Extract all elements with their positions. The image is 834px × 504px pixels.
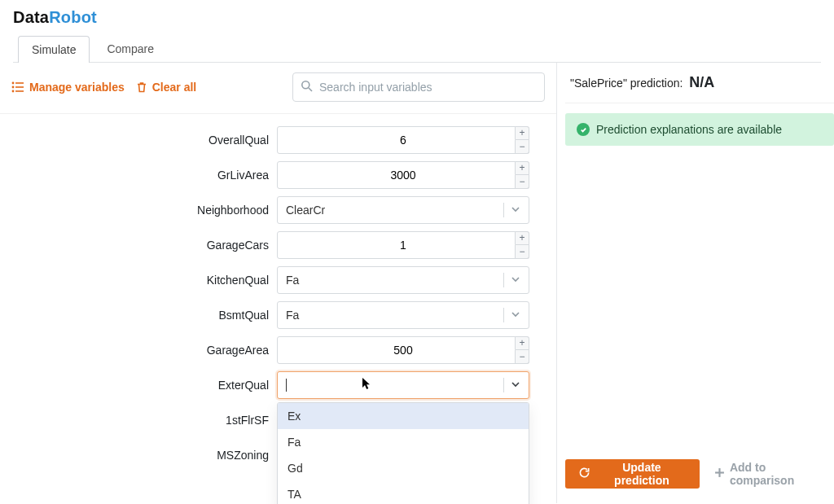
label-garagecars: GarageCars [0,239,277,252]
refresh-icon [578,467,590,481]
control-exterqual: Ex Fa Gd TA [277,371,529,399]
stepper-garagecars: + − [515,231,529,259]
control-grlivarea: + − [277,161,529,189]
stepper-overallqual: + − [515,126,529,154]
label-bsmtqual: BsmtQual [0,309,277,322]
option-exterqual-1[interactable]: Fa [278,429,529,455]
control-garagecars: + − [277,231,529,259]
stepper-garagearea: + − [515,336,529,364]
control-bsmtqual: Fa [277,301,529,329]
step-down-overallqual[interactable]: − [515,140,529,154]
plus-icon [714,467,725,480]
row-overallqual: OverallQual + − [0,122,556,157]
list-icon [11,81,24,93]
select-value-exterqual [286,378,503,392]
svg-point-4 [12,86,15,89]
svg-line-7 [309,88,312,91]
form-toolbar: Manage variables Clear all [0,63,556,114]
svg-point-6 [302,81,309,89]
row-bsmtqual: BsmtQual Fa [0,297,556,332]
input-garagecars[interactable] [277,231,529,259]
select-value-bsmtqual: Fa [286,309,503,322]
select-kitchenqual[interactable]: Fa [277,266,529,294]
search-input[interactable] [292,72,545,102]
select-value-kitchenqual: Fa [286,274,503,287]
step-down-garagearea[interactable]: − [515,350,529,364]
update-prediction-label: Update prediction [597,461,687,487]
row-kitchenqual: KitchenQual Fa [0,262,556,297]
add-to-comparison-label: Add to comparison [730,461,826,487]
dropdown-exterqual: Ex Fa Gd TA [277,402,529,505]
option-exterqual-0[interactable]: Ex [278,403,529,429]
row-neighborhood: Neighborhood ClearCr [0,192,556,227]
clear-all-label: Clear all [152,81,196,94]
prediction-value: N/A [689,74,714,91]
chevron-down-icon [511,309,520,322]
step-up-garagearea[interactable]: + [515,336,529,351]
control-garagearea: + − [277,336,529,364]
option-exterqual-2[interactable]: Gd [278,455,529,481]
search-wrap [292,72,545,102]
chevron-down-icon [511,379,520,392]
tab-compare[interactable]: Compare [93,35,168,62]
select-value-neighborhood: ClearCr [286,204,503,217]
control-neighborhood: ClearCr [277,196,529,224]
label-grlivarea: GrLivArea [0,169,277,182]
explanations-text: Prediction explanations are available [596,123,782,136]
input-garagearea[interactable] [277,336,529,364]
prediction-header: "SalePrice" prediction: N/A [565,63,834,103]
step-up-garagecars[interactable]: + [515,231,529,246]
control-kitchenqual: Fa [277,266,529,294]
add-to-comparison-link[interactable]: Add to comparison [714,461,826,487]
check-circle-icon [577,123,590,136]
update-prediction-button[interactable]: Update prediction [565,459,700,489]
input-grlivarea[interactable] [277,161,529,189]
logo: DataRobot [13,8,821,27]
label-kitchenqual: KitchenQual [0,274,277,287]
label-garagearea: GarageArea [0,344,277,357]
left-panel: Manage variables Clear all OverallQual [0,63,557,503]
svg-point-3 [12,82,15,85]
content: Manage variables Clear all OverallQual [0,63,834,503]
manage-variables-link[interactable]: Manage variables [11,81,125,94]
step-up-overallqual[interactable]: + [515,126,529,141]
search-icon [301,80,313,94]
chevron-down-icon [511,204,520,217]
logo-part2: Robot [49,8,97,26]
manage-variables-label: Manage variables [29,81,125,94]
right-footer: Update prediction Add to comparison [565,459,834,489]
variables-form: OverallQual + − GrLivArea + − [0,114,556,472]
label-neighborhood: Neighborhood [0,204,277,217]
tabs: Simulate Compare [13,35,821,63]
trash-icon [136,81,147,93]
svg-point-5 [12,90,15,93]
step-down-garagecars[interactable]: − [515,245,529,259]
select-neighborhood[interactable]: ClearCr [277,196,529,224]
option-exterqual-3[interactable]: TA [278,481,529,505]
chevron-down-icon [511,274,520,287]
control-overallqual: + − [277,126,529,154]
text-caret [286,379,287,392]
tab-simulate[interactable]: Simulate [18,36,90,63]
header: DataRobot Simulate Compare [0,0,834,63]
explanations-alert: Prediction explanations are available [565,113,834,146]
row-grlivarea: GrLivArea + − [0,157,556,192]
input-overallqual[interactable] [277,126,529,154]
label-exterqual: ExterQual [0,379,277,392]
row-exterqual: ExterQual Ex Fa Gd TA [0,367,556,402]
logo-part1: Data [13,8,49,26]
stepper-grlivarea: + − [515,161,529,189]
label-mszoning: MSZoning [0,449,277,462]
right-panel: "SalePrice" prediction: N/A Prediction e… [557,63,834,503]
prediction-label: "SalePrice" prediction: [570,77,683,90]
step-up-grlivarea[interactable]: + [515,161,529,176]
label-1stflrsf: 1stFlrSF [0,414,277,427]
select-bsmtqual[interactable]: Fa [277,301,529,329]
step-down-grlivarea[interactable]: − [515,175,529,189]
label-overallqual: OverallQual [0,134,277,147]
clear-all-link[interactable]: Clear all [136,81,196,94]
select-exterqual[interactable] [277,371,529,399]
row-garagearea: GarageArea + − [0,332,556,367]
row-garagecars: GarageCars + − [0,227,556,262]
